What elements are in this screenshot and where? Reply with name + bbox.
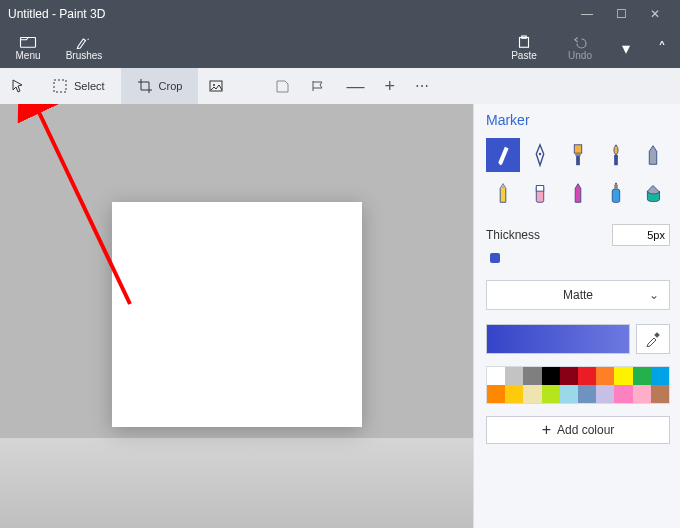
finish-label: Matte bbox=[563, 288, 593, 302]
swatch-19[interactable] bbox=[651, 385, 669, 403]
bucket-icon bbox=[643, 180, 663, 206]
svg-rect-13 bbox=[537, 186, 544, 192]
undo-button[interactable]: Undo bbox=[552, 28, 608, 68]
svg-rect-11 bbox=[614, 155, 618, 165]
title-bar: Untitled - Paint 3D — ☐ ✕ bbox=[0, 0, 680, 28]
crayon-icon bbox=[568, 180, 588, 206]
menu-button[interactable]: Menu bbox=[0, 28, 56, 68]
svg-rect-1 bbox=[520, 38, 529, 48]
more-dropdown[interactable]: ▾ bbox=[608, 39, 644, 58]
swatch-16[interactable] bbox=[596, 385, 614, 403]
swatch-7[interactable] bbox=[614, 367, 632, 385]
swatch-17[interactable] bbox=[614, 385, 632, 403]
brush-grid bbox=[486, 138, 670, 210]
swatch-3[interactable] bbox=[542, 367, 560, 385]
canvas[interactable] bbox=[112, 202, 362, 427]
marker-icon bbox=[493, 142, 513, 168]
brush-spray[interactable] bbox=[599, 176, 633, 210]
eyedropper-button[interactable] bbox=[636, 324, 670, 354]
swatch-9[interactable] bbox=[651, 367, 669, 385]
brush-marker[interactable] bbox=[486, 138, 520, 172]
swatch-0[interactable] bbox=[487, 367, 505, 385]
crop-tool[interactable]: Crop bbox=[121, 68, 199, 104]
thickness-row: Thickness bbox=[486, 224, 670, 246]
svg-rect-15 bbox=[614, 185, 618, 190]
select-label: Select bbox=[74, 80, 105, 92]
swatch-12[interactable] bbox=[523, 385, 541, 403]
crop-label: Crop bbox=[159, 80, 183, 92]
swatch-13[interactable] bbox=[542, 385, 560, 403]
minus-tool[interactable]: — bbox=[336, 68, 374, 104]
folder-icon bbox=[19, 35, 37, 49]
close-button[interactable]: ✕ bbox=[638, 7, 672, 21]
overflow-button[interactable]: ⋯ bbox=[405, 68, 439, 104]
brush-calligraphy-pen[interactable] bbox=[524, 138, 558, 172]
swatch-6[interactable] bbox=[596, 367, 614, 385]
pen-nib-icon bbox=[530, 142, 550, 168]
sticker-tool[interactable] bbox=[264, 68, 300, 104]
svg-rect-9 bbox=[575, 153, 581, 156]
undo-label: Undo bbox=[568, 50, 592, 61]
sticker-icon bbox=[274, 78, 290, 94]
brush-eraser[interactable] bbox=[524, 176, 558, 210]
panel-title: Marker bbox=[486, 112, 670, 128]
brush-fill[interactable] bbox=[636, 176, 670, 210]
minimize-button[interactable]: — bbox=[570, 7, 604, 21]
svg-rect-17 bbox=[654, 332, 660, 338]
swatch-1[interactable] bbox=[505, 367, 523, 385]
eraser-icon bbox=[530, 180, 550, 206]
paste-label: Paste bbox=[511, 50, 537, 61]
swatch-14[interactable] bbox=[560, 385, 578, 403]
brushes-label: Brushes bbox=[66, 50, 103, 61]
spray-can-icon bbox=[606, 180, 626, 206]
floor-plane bbox=[0, 438, 473, 528]
brush-watercolour[interactable] bbox=[599, 138, 633, 172]
plus-tool[interactable]: + bbox=[374, 68, 405, 104]
select-tool[interactable]: Select bbox=[36, 68, 121, 104]
round-brush-icon bbox=[606, 142, 626, 168]
finish-dropdown[interactable]: Matte ⌄ bbox=[486, 280, 670, 310]
colour-preview-row bbox=[486, 324, 670, 354]
crop-icon bbox=[137, 78, 153, 94]
collapse-ribbon[interactable]: ˄ bbox=[644, 39, 680, 58]
slider-knob[interactable] bbox=[490, 253, 500, 263]
swatch-8[interactable] bbox=[633, 367, 651, 385]
swatch-18[interactable] bbox=[633, 385, 651, 403]
eyedropper-icon bbox=[645, 331, 661, 347]
thickness-label: Thickness bbox=[486, 228, 540, 242]
svg-rect-3 bbox=[54, 80, 66, 92]
svg-rect-16 bbox=[615, 183, 617, 185]
image-icon bbox=[208, 78, 224, 94]
brushes-button[interactable]: Brushes bbox=[56, 28, 112, 68]
maximize-button[interactable]: ☐ bbox=[604, 7, 638, 21]
current-colour-preview[interactable] bbox=[486, 324, 630, 354]
add-colour-label: Add colour bbox=[557, 423, 614, 437]
menu-label: Menu bbox=[15, 50, 40, 61]
window-title: Untitled - Paint 3D bbox=[8, 7, 570, 21]
brush-oil[interactable] bbox=[561, 138, 595, 172]
pixel-pen-icon bbox=[643, 142, 663, 168]
brush-pixel-pen[interactable] bbox=[636, 138, 670, 172]
add-colour-button[interactable]: + Add colour bbox=[486, 416, 670, 444]
pointer-tool[interactable] bbox=[0, 68, 36, 104]
brush-pencil[interactable] bbox=[486, 176, 520, 210]
swatch-15[interactable] bbox=[578, 385, 596, 403]
swatch-5[interactable] bbox=[578, 367, 596, 385]
swatch-2[interactable] bbox=[523, 367, 541, 385]
pencil-icon bbox=[493, 180, 513, 206]
shapes-tool[interactable] bbox=[300, 68, 336, 104]
svg-rect-10 bbox=[576, 156, 580, 165]
canvas-viewport[interactable] bbox=[0, 104, 473, 528]
plus-icon: + bbox=[542, 421, 551, 439]
brush-crayon[interactable] bbox=[561, 176, 595, 210]
paste-button[interactable]: Paste bbox=[496, 28, 552, 68]
magic-select-tool[interactable] bbox=[198, 68, 234, 104]
flag-icon bbox=[310, 78, 326, 94]
swatch-10[interactable] bbox=[487, 385, 505, 403]
side-panel: Marker Thickness Matte ⌄ bbox=[473, 104, 680, 528]
brush-icon bbox=[75, 35, 93, 49]
thickness-slider[interactable] bbox=[486, 256, 670, 262]
swatch-4[interactable] bbox=[560, 367, 578, 385]
swatch-11[interactable] bbox=[505, 385, 523, 403]
thickness-input[interactable] bbox=[612, 224, 670, 246]
